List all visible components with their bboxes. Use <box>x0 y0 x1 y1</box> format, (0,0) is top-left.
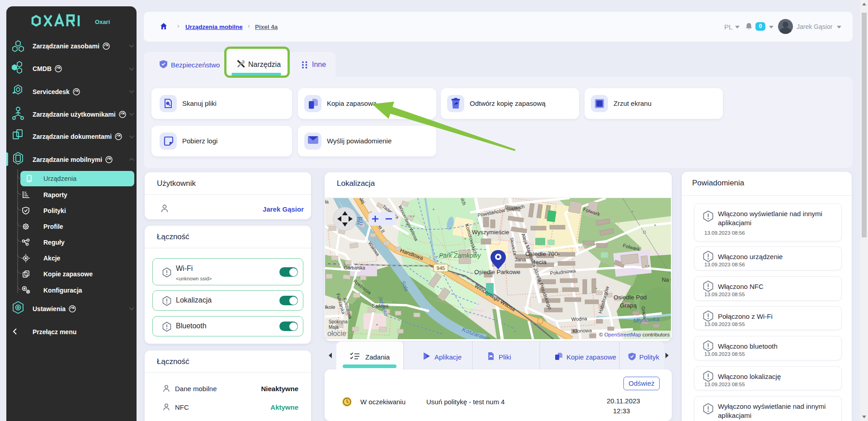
svg-text:ołocie: ołocie <box>327 330 346 337</box>
svg-text:945: 945 <box>437 265 445 271</box>
svg-text:© OpenStreetMap contributors: © OpenStreetMap contributors <box>599 332 670 337</box>
svg-text:ła: ła <box>325 199 329 204</box>
svg-text:Osiedle Parkowe: Osiedle Parkowe <box>474 269 520 275</box>
svg-text:Wyszymieście: Wyszymieście <box>472 229 509 236</box>
svg-text:Klonowa: Klonowa <box>573 328 592 334</box>
svg-text:Maja: Maja <box>329 325 339 330</box>
svg-text:Spokojna: Spokojna <box>329 319 348 324</box>
svg-text:Na G: Na G <box>662 277 671 283</box>
svg-text:Wodna: Wodna <box>571 316 587 322</box>
svg-text:Garbarska: Garbarska <box>344 265 365 270</box>
svg-text:Grapą: Grapą <box>620 302 637 309</box>
svg-text:łkole: łkole <box>325 304 335 310</box>
svg-text:Jana: Jana <box>515 257 526 262</box>
svg-text:Osiedle Pod: Osiedle Pod <box>613 294 647 301</box>
